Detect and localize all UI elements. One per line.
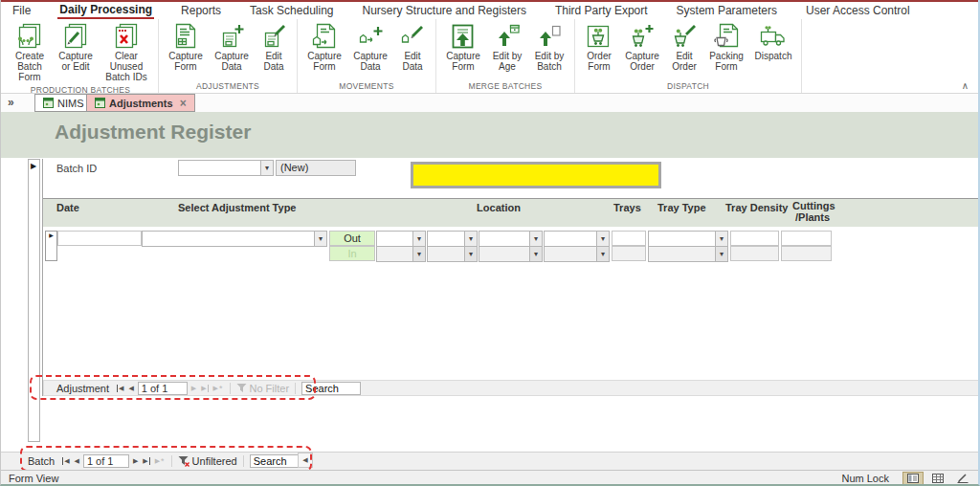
button-label: Capture Form — [441, 52, 485, 73]
close-tab-icon[interactable]: × — [180, 97, 187, 110]
cuttings-field-in[interactable] — [781, 246, 832, 261]
adjustments-edit-data-button[interactable]: Edit Data — [256, 21, 292, 78]
scroll-left-button[interactable]: ◀ — [298, 453, 313, 468]
main-search-input[interactable] — [250, 454, 303, 468]
tray-density-field[interactable] — [730, 231, 779, 246]
dropdown-arrow-icon[interactable]: ▾ — [596, 247, 609, 261]
button-label: Edit Order — [666, 52, 702, 73]
trays-field-in[interactable] — [612, 246, 646, 261]
unfiltered-button[interactable]: Unfiltered — [192, 455, 237, 467]
movements-capture-form-button[interactable]: Capture Form — [302, 21, 346, 78]
first-record-button[interactable]: ◀ — [116, 385, 124, 392]
location-combo-4-in[interactable]: ▾ — [544, 246, 610, 262]
expand-navigation-pane-icon[interactable]: » — [8, 96, 14, 109]
dropdown-arrow-icon[interactable]: ▾ — [464, 247, 477, 261]
dropdown-arrow-icon[interactable]: ▾ — [314, 232, 326, 246]
menu-file[interactable]: File — [11, 3, 33, 18]
capture-order-button[interactable]: Capture Order — [620, 21, 664, 78]
dropdown-arrow-icon[interactable]: ▾ — [412, 232, 425, 246]
clear-unused-batch-ids-icon — [112, 23, 141, 50]
separator — [230, 383, 231, 394]
location-combo-3[interactable]: ▾ — [479, 231, 543, 247]
menu-nursery-structure[interactable]: Nursery Structure and Registers — [360, 3, 527, 18]
next-record-button[interactable]: ▶ — [190, 385, 197, 392]
cuttings-field[interactable] — [781, 231, 832, 246]
adjustments-capture-data-button[interactable]: Capture Data — [210, 21, 254, 78]
separator — [295, 383, 296, 394]
movements-edit-data-button[interactable]: Edit Data — [394, 21, 431, 78]
order-form-button[interactable]: Order Form — [580, 21, 618, 78]
direction-out-cell: Out — [329, 231, 375, 246]
collapse-ribbon-icon[interactable]: ∧ — [962, 80, 969, 91]
capture-or-edit-button[interactable]: Capture or Edit — [54, 21, 98, 82]
dispatch-button[interactable]: Dispatch — [750, 21, 796, 78]
edit-order-button[interactable]: Edit Order — [666, 21, 702, 78]
tab-label: Adjustments — [109, 98, 173, 109]
capture-data-move-icon — [356, 23, 385, 50]
merge-edit-by-age-button[interactable]: Edit by Age — [487, 21, 527, 78]
dropdown-arrow-icon[interactable]: ▾ — [260, 161, 273, 175]
design-view-button[interactable] — [952, 472, 973, 485]
highlighted-textbox[interactable] — [411, 162, 661, 188]
direction-in-cell: In — [329, 246, 375, 261]
menu-task-scheduling[interactable]: Task Scheduling — [248, 3, 335, 18]
location-combo-2-in[interactable]: ▾ — [427, 246, 478, 262]
dropdown-arrow-icon[interactable]: ▾ — [529, 247, 542, 261]
tray-type-combo-in[interactable]: ▾ — [648, 246, 728, 262]
trays-field[interactable] — [612, 231, 646, 246]
new-record-box[interactable]: (New) — [276, 160, 356, 176]
menu-reports[interactable]: Reports — [179, 3, 223, 18]
no-filter-button[interactable]: No Filter — [250, 383, 290, 394]
menu-daily-processing[interactable]: Daily Processing — [57, 2, 154, 19]
dropdown-arrow-icon[interactable]: ▾ — [715, 247, 727, 261]
form-view-icon — [907, 474, 919, 483]
merge-edit-by-batch-button[interactable]: Edit by Batch — [529, 21, 569, 78]
tray-density-field-in[interactable] — [730, 246, 779, 261]
tab-nims[interactable]: NIMS — [34, 94, 93, 112]
ribbon-group-merge-batches: Capture Form Edit by Age — [436, 19, 575, 93]
first-record-button[interactable]: ◀ — [61, 457, 70, 465]
dropdown-arrow-icon[interactable]: ▾ — [715, 232, 727, 246]
dispatch-truck-icon — [759, 23, 788, 50]
datasheet-view-button[interactable] — [927, 472, 948, 485]
column-tray-type: Tray Type — [657, 202, 706, 214]
location-combo-1-in[interactable]: ▾ — [376, 246, 426, 262]
new-record-button[interactable]: ▶* — [154, 456, 166, 466]
new-record-button[interactable]: ▶* — [212, 384, 224, 393]
previous-record-button[interactable]: ◀ — [127, 385, 134, 392]
last-record-button[interactable]: ▶ — [142, 457, 150, 465]
form-view-button[interactable] — [902, 472, 924, 485]
movements-capture-data-button[interactable]: Capture Data — [348, 21, 392, 78]
tab-adjustments[interactable]: Adjustments × — [86, 94, 195, 112]
create-batch-form-icon — [15, 23, 44, 50]
adjustments-capture-form-button[interactable]: Capture Form — [164, 21, 208, 78]
record-position-box[interactable]: 1 of 1 — [83, 454, 129, 468]
location-combo-2[interactable]: ▾ — [427, 231, 478, 247]
dropdown-arrow-icon[interactable]: ▾ — [596, 232, 609, 246]
adjustment-type-combo[interactable]: ▾ — [142, 231, 327, 247]
clear-unused-batch-ids-button[interactable]: Clear Unused Batch IDs — [100, 21, 153, 82]
menu-system-parameters[interactable]: System Parameters — [675, 3, 779, 18]
create-batch-form-button[interactable]: Create Batch Form — [8, 21, 52, 82]
dropdown-arrow-icon[interactable]: ▾ — [412, 247, 425, 261]
menu-third-party-export[interactable]: Third Party Export — [553, 3, 650, 18]
menu-user-access-control[interactable]: User Access Control — [804, 3, 912, 18]
previous-record-button[interactable]: ◀ — [74, 457, 80, 465]
ribbon-group-movements: Capture Form Capture Data — [298, 19, 436, 93]
record-position-box[interactable]: 1 of 1 — [138, 382, 188, 395]
record-selector-strip[interactable] — [28, 159, 40, 442]
subform-search-input[interactable] — [301, 382, 361, 395]
dropdown-arrow-icon[interactable]: ▾ — [529, 232, 542, 246]
location-combo-3-in[interactable]: ▾ — [479, 246, 543, 262]
batch-id-combo[interactable]: ▾ — [178, 160, 274, 176]
dropdown-arrow-icon[interactable]: ▾ — [464, 232, 477, 246]
merge-capture-form-button[interactable]: Capture Form — [441, 21, 485, 78]
packing-form-button[interactable]: Packing Form — [704, 21, 748, 78]
location-combo-4[interactable]: ▾ — [544, 231, 610, 247]
date-field[interactable] — [57, 231, 142, 246]
grid-record-selector[interactable]: ▶ — [45, 231, 57, 261]
tray-type-combo[interactable]: ▾ — [648, 231, 728, 247]
location-combo-1[interactable]: ▾ — [376, 231, 426, 247]
last-record-button[interactable]: ▶ — [200, 385, 209, 392]
next-record-button[interactable]: ▶ — [132, 457, 139, 465]
